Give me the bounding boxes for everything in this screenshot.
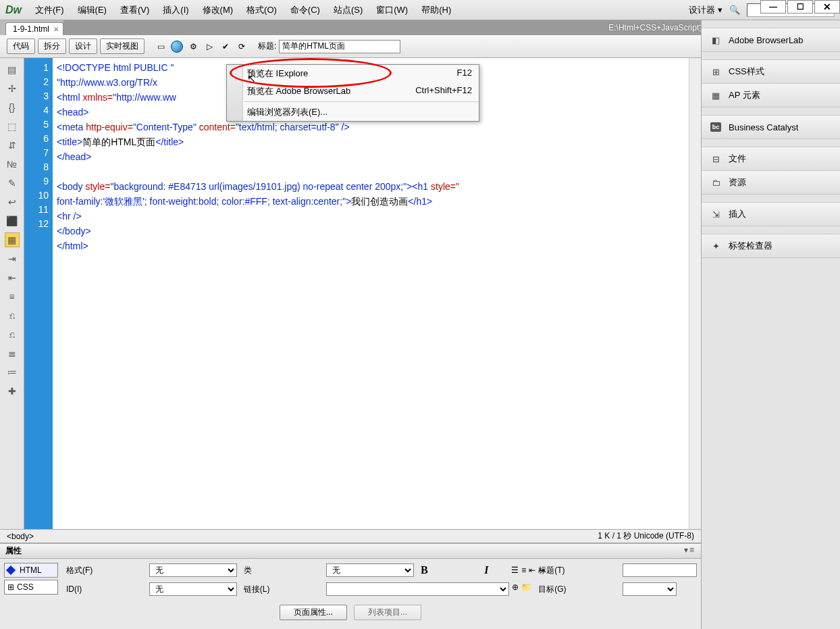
ul-icon[interactable]: ☰ xyxy=(511,565,519,575)
workspace-switcher[interactable]: 设计器 ▾ xyxy=(689,4,723,16)
preview-browser-button[interactable] xyxy=(170,40,184,53)
props-css-tab[interactable]: ⊞CSS xyxy=(4,580,58,595)
css-icon: ⊞ xyxy=(7,582,14,592)
preview-browserlab-shortcut: Ctrl+Shift+F12 xyxy=(415,85,472,97)
bc-icon: bc xyxy=(710,121,722,133)
properties-title: 属性 xyxy=(5,545,22,557)
status-bar: <body> 1 K / 1 秒 Unicode (UTF-8) xyxy=(0,529,701,543)
menu-window[interactable]: 窗口(W) xyxy=(369,4,415,16)
menu-modify[interactable]: 修改(M) xyxy=(196,4,240,16)
target-select[interactable] xyxy=(623,582,677,596)
preview-iexplore-label: 预览在 IExplore xyxy=(247,68,308,80)
highlight-icon[interactable]: ✎ xyxy=(5,176,20,191)
code-editor-area: ▤ ✢ {} ⬚ ⇵ № ✎ ↩ ⬛ ▦ ⇥ ⇤ ≡ ⎌ ⎌ ≣ ≔ ✚ 1 2… xyxy=(0,58,701,529)
tag-inspector-icon: ✦ xyxy=(710,240,722,252)
list-item-button[interactable]: 列表项目... xyxy=(354,605,421,620)
balance-braces-icon[interactable]: ⇵ xyxy=(5,138,20,153)
open-docs-icon[interactable]: ▤ xyxy=(5,62,20,77)
browse-folder-icon[interactable]: 📁 xyxy=(521,582,531,596)
tab-close-icon[interactable]: ✕ xyxy=(53,26,59,33)
panel-assets[interactable]: 🗀资源 xyxy=(702,171,840,195)
document-tab[interactable]: 1-9-1.html ✕ xyxy=(5,22,63,35)
preview-browserlab-label: 预览在 Adobe BrowserLab xyxy=(247,85,350,97)
italic-button[interactable]: I xyxy=(484,564,504,576)
menu-file[interactable]: 文件(F) xyxy=(28,4,71,16)
hidden-chars-icon[interactable]: ▦ xyxy=(5,232,20,247)
title-label: 标题: xyxy=(258,41,276,52)
panel-menu-icon[interactable]: ▾≡ xyxy=(684,545,695,557)
panel-browserlab[interactable]: ◧Adobe BrowserLab xyxy=(702,28,840,52)
code-editor[interactable]: <!DOCTYPE html PUBLIC " "http://www.w3.o… xyxy=(53,58,689,529)
check-icon[interactable]: ✔ xyxy=(219,40,232,53)
outdent-btn[interactable]: ⇤ xyxy=(529,565,535,575)
word-wrap-icon[interactable]: ↩ xyxy=(5,195,20,209)
vertical-scrollbar[interactable] xyxy=(689,58,701,529)
link-label: 链接(L) xyxy=(244,584,319,595)
preview-browserlab-item[interactable]: 预览在 Adobe BrowserLab Ctrl+Shift+F12 xyxy=(227,82,479,100)
menu-help[interactable]: 帮助(H) xyxy=(415,4,458,16)
ol-icon[interactable]: ≡ xyxy=(521,565,526,575)
status-info: 1 K / 1 秒 Unicode (UTF-8) xyxy=(598,530,694,542)
move-css-icon[interactable]: ≔ xyxy=(5,365,20,380)
bold-button[interactable]: B xyxy=(421,564,477,576)
collapse-icon[interactable]: ✢ xyxy=(5,81,20,96)
menubar: Dw 文件(F) 编辑(E) 查看(V) 插入(I) 修改(M) 格式(O) 命… xyxy=(0,0,840,20)
id-select[interactable]: 无 xyxy=(149,582,237,596)
diamond-icon xyxy=(6,565,16,575)
refresh-icon[interactable]: ⟳ xyxy=(235,40,248,53)
view-code-button[interactable]: 代码 xyxy=(7,39,35,54)
point-to-file-icon[interactable]: ⊕ xyxy=(512,582,519,596)
panel-ap-elements[interactable]: ▦AP 元素 xyxy=(702,84,840,107)
outdent-icon[interactable]: ⇤ xyxy=(5,270,20,285)
menu-edit[interactable]: 编辑(E) xyxy=(71,4,113,16)
line-gutter: 1 2 3 4 5 6 7 8 9 10 11 12 xyxy=(24,58,53,529)
right-panel-stack: ◧Adobe BrowserLab ⊞CSS样式 ▦AP 元素 bcBusine… xyxy=(701,20,840,629)
snippets-icon[interactable]: ✚ xyxy=(5,384,20,399)
indent-icon[interactable]: ⇥ xyxy=(5,251,20,266)
menu-commands[interactable]: 命令(C) xyxy=(284,4,327,16)
menu-view[interactable]: 查看(V) xyxy=(113,4,156,16)
panel-business-catalyst[interactable]: bcBusiness Catalyst xyxy=(702,116,840,139)
close-button[interactable]: ✕ xyxy=(814,0,840,14)
expand-icon[interactable]: {} xyxy=(5,100,20,115)
maximize-button[interactable]: ☐ xyxy=(787,0,813,14)
title-attr-input[interactable] xyxy=(623,563,697,577)
view-live-button[interactable]: 实时视图 xyxy=(100,39,145,54)
panel-css-styles[interactable]: ⊞CSS样式 xyxy=(702,60,840,84)
props-html-tab[interactable]: HTML xyxy=(4,563,58,578)
edit-browser-list-label: 编辑浏览器列表(E)... xyxy=(247,106,327,118)
recent-snippets-icon[interactable]: ≣ xyxy=(5,346,20,361)
syntax-icon[interactable]: ⬛ xyxy=(5,213,20,228)
minimize-button[interactable]: — xyxy=(760,0,786,14)
menu-insert[interactable]: 插入(I) xyxy=(156,4,195,16)
view-split-button[interactable]: 拆分 xyxy=(38,39,66,54)
line-numbers-icon[interactable]: № xyxy=(5,157,20,172)
format-src-icon[interactable]: ≡ xyxy=(5,289,20,304)
panel-files[interactable]: ⊟文件 xyxy=(702,147,840,171)
menu-site[interactable]: 站点(S) xyxy=(327,4,369,16)
multiscreen-icon[interactable]: ▭ xyxy=(154,40,167,53)
menu-format[interactable]: 格式(O) xyxy=(240,4,284,16)
panel-tag-inspector[interactable]: ✦标签检查器 xyxy=(702,234,840,258)
file-mgmt-icon[interactable]: ⚙ xyxy=(186,40,200,53)
preview-iexplore-item[interactable]: 预览在 IExplore F12 xyxy=(227,65,479,82)
nav-icon[interactable]: ▷ xyxy=(203,40,216,53)
properties-panel: 属性 ▾≡ HTML ⊞CSS 格式(F) 无 类 无 B I ☰≡⇤⇥ 标题(… xyxy=(0,543,701,629)
files-icon: ⊟ xyxy=(710,153,722,165)
format-label: 格式(F) xyxy=(66,565,142,576)
apply-comment-icon[interactable]: ⎌ xyxy=(5,308,20,323)
edit-browser-list-item[interactable]: 编辑浏览器列表(E)... xyxy=(227,103,479,121)
format-select[interactable]: 无 xyxy=(149,563,237,577)
title-input[interactable] xyxy=(279,40,400,53)
remove-comment-icon[interactable]: ⎌ xyxy=(5,327,20,342)
panel-insert[interactable]: ⇲插入 xyxy=(702,203,840,226)
preview-menu: 预览在 IExplore F12 预览在 Adobe BrowserLab Ct… xyxy=(226,64,479,122)
select-parent-icon[interactable]: ⬚ xyxy=(5,119,20,134)
page-properties-button[interactable]: 页面属性... xyxy=(280,605,347,620)
class-select[interactable]: 无 xyxy=(326,563,414,577)
link-select[interactable] xyxy=(326,582,509,596)
view-design-button[interactable]: 设计 xyxy=(69,39,97,54)
target-label: 目标(G) xyxy=(538,584,616,595)
tag-selector[interactable]: <body> xyxy=(7,532,34,541)
search-icon: 🔍 xyxy=(729,5,740,15)
